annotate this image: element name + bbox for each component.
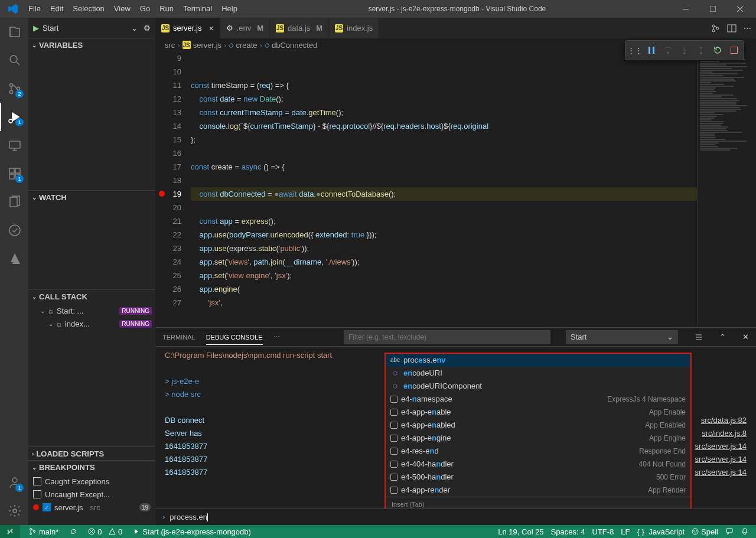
eol[interactable]: LF [618,525,632,538]
debug-console-body[interactable]: abcprocess.env⬡encodeURI⬡encodeURICompon… [155,347,756,508]
source-link[interactable]: src/server.js:14 [695,466,747,479]
sync-button[interactable] [67,525,80,538]
feedback-icon[interactable] [723,525,736,538]
tab-label: data.js [288,24,310,32]
close-button[interactable] [726,0,754,18]
panel-tab-debug-console[interactable]: DEBUG CONSOLE [206,330,263,345]
run-config-label[interactable]: Start [43,24,128,32]
menu-terminal[interactable]: Terminal [178,0,217,18]
checkbox[interactable]: ✓ [43,503,51,511]
activity-accounts[interactable]: 1 [0,468,28,497]
play-icon[interactable]: ▶ [33,24,39,32]
autocomplete-item[interactable]: e4-404-handler404 Not Found [386,458,690,471]
autocomplete-item[interactable]: ⬡encodeURIComponent [386,380,690,393]
activity-azure[interactable] [0,244,28,273]
checkbox[interactable] [33,490,41,498]
menu-help[interactable]: Help [217,0,242,18]
panel-close-icon[interactable]: ✕ [742,332,749,341]
step-over-button[interactable] [660,43,676,58]
breakpoints-header[interactable]: ⌄BREAKPOINTS [28,461,155,474]
breakpoint-marker[interactable] [159,191,165,197]
activity-settings[interactable] [0,497,28,525]
activity-references[interactable] [0,188,28,216]
restart-button[interactable] [710,43,725,58]
menu-run[interactable]: Run [155,0,178,18]
callstack-item[interactable]: ⌄☼index...RUNNING [28,317,155,330]
watch-header[interactable]: ⌄WATCH [28,191,155,204]
breakpoint-item[interactable]: ✓server.jssrc19 [28,501,155,514]
step-out-button[interactable] [693,43,709,58]
compare-icon[interactable] [711,24,720,33]
indentation[interactable]: Spaces: 4 [549,525,588,538]
spell-check[interactable]: Spell [689,525,721,538]
menu-selection[interactable]: Selection [68,0,109,18]
notifications-icon[interactable] [738,525,751,538]
callstack-item[interactable]: ⌄☼Start: ...RUNNING [28,304,155,317]
gear-icon[interactable]: ⚙ [144,24,151,32]
split-icon[interactable] [727,24,737,33]
breakpoint-item[interactable]: Uncaught Except... [28,488,155,501]
remote-button[interactable] [0,525,20,538]
autocomplete-item[interactable]: e4-namespaceExpressJs 4 Namespace [386,393,690,406]
autocomplete-item[interactable]: e4-500-handler500 Error [386,471,690,484]
source-link[interactable]: src/data.js:82 [701,414,747,427]
activity-scm[interactable]: 2 [0,74,28,103]
menu-go[interactable]: Go [135,0,155,18]
autocomplete-item[interactable]: abcprocess.env [386,354,690,367]
debug-toolbar: ⋮⋮ [625,40,744,60]
code-editor[interactable]: 9101112131415161718192021222324252627 co… [155,51,756,327]
panel-clear-icon[interactable] [695,333,703,341]
menu-edit[interactable]: Edit [45,0,68,18]
editor-tab[interactable]: ⚙.envM [220,18,270,38]
autocomplete-item[interactable]: e4-app-enabledApp Enabled [386,419,690,432]
panel-tab-more[interactable]: ⋯ [273,330,280,344]
source-link[interactable]: src/server.js:14 [695,453,747,466]
svg-rect-12 [10,197,17,207]
panel-session-select[interactable]: Start⌄ [566,330,678,344]
callstack-header[interactable]: ⌄CALL STACK [28,290,155,303]
panel-tab-terminal[interactable]: TERMINAL [162,330,195,344]
autocomplete-item[interactable]: e4-app-enableApp Enable [386,406,690,419]
branch-button[interactable]: main* [26,525,61,538]
variables-header[interactable]: ⌄VARIABLES [28,38,155,51]
activity-remote[interactable] [0,131,28,159]
loaded-scripts-header[interactable]: ›LOADED SCRIPTS [28,447,155,460]
menu-file[interactable]: File [24,0,45,18]
maximize-button[interactable] [699,0,726,18]
checkbox[interactable] [33,477,41,485]
panel-maximize-icon[interactable]: ⌃ [719,332,726,341]
debug-status[interactable]: Start (js-e2e-express-mongodb) [131,525,253,538]
autocomplete-item[interactable]: e4-app-renderApp Render [386,484,690,497]
minimize-button[interactable] [672,0,699,18]
activity-testing[interactable] [0,216,28,244]
drag-handle-icon[interactable]: ⋮⋮ [627,43,643,58]
activity-search[interactable] [0,46,28,74]
autocomplete-item[interactable]: ⬡encodeURI [386,367,690,380]
activity-explorer[interactable] [0,18,28,46]
more-icon[interactable]: ⋯ [744,24,751,32]
autocomplete-item[interactable]: e4-res-endResponse End [386,445,690,458]
encoding[interactable]: UTF-8 [589,525,616,538]
menu-view[interactable]: View [109,0,135,18]
panel-filter-input[interactable] [344,330,550,344]
source-link[interactable]: src/index.js:8 [702,427,747,440]
pause-button[interactable] [644,43,659,58]
source-link[interactable]: src/server.js:14 [695,440,747,453]
close-icon[interactable]: × [208,24,213,33]
breakpoint-item[interactable]: Caught Exceptions [28,475,155,488]
activity-debug[interactable]: 1 [0,103,28,131]
problems-button[interactable]: 0 0 [86,525,125,538]
vscode-logo-icon [7,3,19,15]
autocomplete-item[interactable]: e4-app-engineApp Engine [386,432,690,445]
debug-console-input[interactable]: › process.en [155,508,756,525]
language-mode[interactable]: { } JavaScript [634,525,687,538]
cursor-position[interactable]: Ln 19, Col 25 [496,525,546,538]
step-into-button[interactable] [677,43,692,58]
stop-button[interactable] [726,43,742,58]
activity-extensions[interactable]: 1 [0,159,28,188]
editor-tab[interactable]: JSdata.jsM [270,18,329,38]
editor-tab[interactable]: JSserver.js× [155,18,220,38]
chevron-down-icon[interactable]: ⌄ [131,24,138,32]
editor-tab[interactable]: JSindex.js [329,18,379,38]
minimap[interactable] [697,51,756,327]
